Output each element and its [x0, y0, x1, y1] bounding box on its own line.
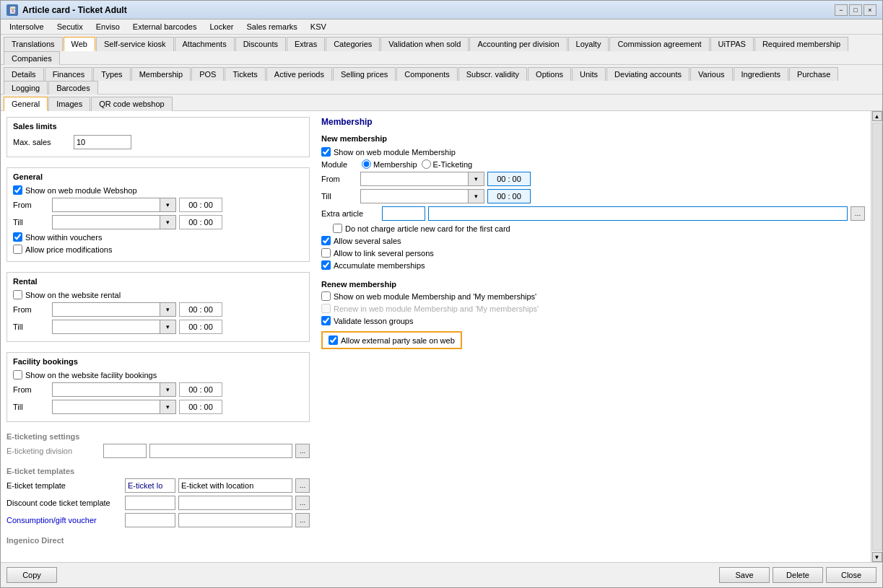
- rental-from-date[interactable]: [52, 302, 160, 317]
- membership-till-calendar-btn[interactable]: ▾: [469, 189, 484, 203]
- membership-from-date[interactable]: [360, 172, 469, 186]
- tab-options[interactable]: Options: [528, 67, 571, 81]
- show-webshop-checkbox[interactable]: [13, 185, 22, 195]
- voucher-desc[interactable]: [178, 513, 292, 527]
- tab-finances[interactable]: Finances: [45, 67, 93, 81]
- membership-till-time[interactable]: 00 : 00: [487, 189, 531, 203]
- tab-logging[interactable]: Logging: [4, 81, 48, 95]
- tab-accounting[interactable]: Accounting per division: [469, 37, 567, 51]
- eticket-template-code[interactable]: [125, 478, 175, 493]
- membership-till-date[interactable]: [360, 189, 469, 203]
- scrollbar[interactable]: ▲ ▼: [871, 111, 882, 562]
- scroll-thumb[interactable]: [872, 123, 882, 550]
- show-facility-checkbox[interactable]: [13, 370, 22, 379]
- tab-commission[interactable]: Commission agreement: [609, 37, 709, 51]
- tab-images[interactable]: Images: [48, 97, 90, 111]
- tab-uitpas[interactable]: UiTPAS: [710, 37, 754, 51]
- copy-button[interactable]: Copy: [6, 567, 57, 583]
- discount-template-browse-btn[interactable]: …: [295, 496, 310, 510]
- facility-till-time[interactable]: 00 : 00: [179, 400, 222, 414]
- allow-link-checkbox[interactable]: [321, 248, 331, 258]
- eticketing-division-desc[interactable]: [149, 444, 292, 458]
- tab-details[interactable]: Details: [4, 67, 44, 81]
- tab-self-service[interactable]: Self-service kiosk: [96, 37, 174, 51]
- eticketing-radio-option[interactable]: E-Ticketing: [422, 159, 473, 169]
- restore-button[interactable]: □: [849, 4, 862, 16]
- close-button[interactable]: Close: [826, 567, 877, 583]
- tab-membership[interactable]: Membership: [131, 67, 191, 81]
- tab-categories[interactable]: Categories: [326, 37, 380, 51]
- facility-from-calendar-btn[interactable]: ▾: [160, 382, 176, 397]
- extra-article-browse-btn[interactable]: …: [851, 206, 865, 221]
- show-renew-checkbox[interactable]: [321, 291, 331, 301]
- scroll-down-btn[interactable]: ▼: [872, 552, 882, 562]
- tab-loyalty[interactable]: Loyalty: [568, 37, 609, 51]
- menu-enviso[interactable]: Enviso: [90, 21, 126, 32]
- tab-ingredients[interactable]: Ingredients: [734, 67, 788, 81]
- eticketing-division-code[interactable]: [103, 444, 147, 458]
- discount-template-code[interactable]: [125, 496, 175, 510]
- facility-from-time[interactable]: 00 : 00: [179, 382, 222, 397]
- tab-attachments[interactable]: Attachments: [175, 37, 235, 51]
- rental-from-calendar-btn[interactable]: ▾: [160, 302, 176, 317]
- extra-article-code[interactable]: [382, 206, 425, 221]
- general-from-time[interactable]: 00 : 00: [179, 198, 222, 212]
- facility-from-date[interactable]: [52, 382, 160, 397]
- tab-general[interactable]: General: [4, 97, 48, 111]
- show-vouchers-checkbox[interactable]: [13, 232, 22, 242]
- rental-till-time[interactable]: 00 : 00: [179, 320, 222, 334]
- accumulate-checkbox[interactable]: [321, 260, 331, 270]
- menu-sales-remarks[interactable]: Sales remarks: [241, 21, 303, 32]
- general-from-calendar-btn[interactable]: ▾: [160, 198, 176, 212]
- close-window-button[interactable]: ×: [864, 4, 877, 16]
- tab-pos[interactable]: POS: [191, 67, 224, 81]
- allow-price-checkbox[interactable]: [13, 245, 22, 254]
- membership-from-time[interactable]: 00 : 00: [487, 172, 531, 186]
- rental-till-calendar-btn[interactable]: ▾: [160, 320, 176, 334]
- tab-barcodes[interactable]: Barcodes: [48, 81, 97, 95]
- voucher-browse-btn[interactable]: …: [295, 513, 310, 527]
- tab-required-membership[interactable]: Required membership: [754, 37, 848, 51]
- facility-till-date[interactable]: [52, 400, 160, 414]
- general-from-date[interactable]: [52, 198, 160, 212]
- tab-selling-prices[interactable]: Selling prices: [333, 67, 396, 81]
- scroll-up-btn[interactable]: ▲: [872, 111, 882, 121]
- eticketing-division-browse-btn[interactable]: …: [295, 444, 310, 458]
- general-till-date[interactable]: [52, 215, 160, 229]
- tab-purchase[interactable]: Purchase: [789, 67, 838, 81]
- show-rental-checkbox[interactable]: [13, 290, 22, 299]
- delete-button[interactable]: Delete: [773, 567, 823, 583]
- eticketing-radio[interactable]: [422, 159, 431, 169]
- general-till-time[interactable]: 00 : 00: [179, 215, 222, 229]
- rental-till-date[interactable]: [52, 320, 160, 334]
- menu-secutix[interactable]: Secutix: [51, 21, 89, 32]
- tab-extras[interactable]: Extras: [287, 37, 325, 51]
- tab-deviating-accounts[interactable]: Deviating accounts: [606, 67, 690, 81]
- tab-active-periods[interactable]: Active periods: [266, 67, 332, 81]
- eticket-template-browse-btn[interactable]: …: [295, 478, 310, 493]
- tab-types[interactable]: Types: [93, 67, 130, 81]
- tab-validation[interactable]: Validation when sold: [380, 37, 469, 51]
- membership-radio-option[interactable]: Membership: [362, 159, 417, 169]
- tab-discounts[interactable]: Discounts: [235, 37, 286, 51]
- renew-in-checkbox[interactable]: [321, 304, 331, 313]
- external-party-checkbox[interactable]: [329, 335, 338, 345]
- eticket-template-desc[interactable]: [178, 478, 292, 493]
- tab-tickets[interactable]: Tickets: [225, 67, 265, 81]
- tab-translations[interactable]: Translations: [4, 37, 63, 51]
- menu-ksv[interactable]: KSV: [305, 21, 332, 32]
- allow-several-checkbox[interactable]: [321, 236, 331, 245]
- tab-components[interactable]: Components: [396, 67, 457, 81]
- max-sales-input[interactable]: [74, 135, 131, 149]
- tab-various[interactable]: Various: [690, 67, 732, 81]
- voucher-link[interactable]: Consumption/gift voucher: [6, 516, 97, 525]
- minimize-button[interactable]: −: [835, 4, 848, 16]
- tab-qr-code[interactable]: QR code webshop: [91, 97, 173, 111]
- menu-intersolve[interactable]: Intersolve: [4, 21, 50, 32]
- menu-external-barcodes[interactable]: External barcodes: [127, 21, 203, 32]
- extra-article-desc[interactable]: [428, 206, 848, 221]
- save-button[interactable]: Save: [719, 567, 770, 583]
- menu-locker[interactable]: Locker: [204, 21, 239, 32]
- discount-template-desc[interactable]: [178, 496, 292, 510]
- rental-from-time[interactable]: 00 : 00: [179, 302, 222, 317]
